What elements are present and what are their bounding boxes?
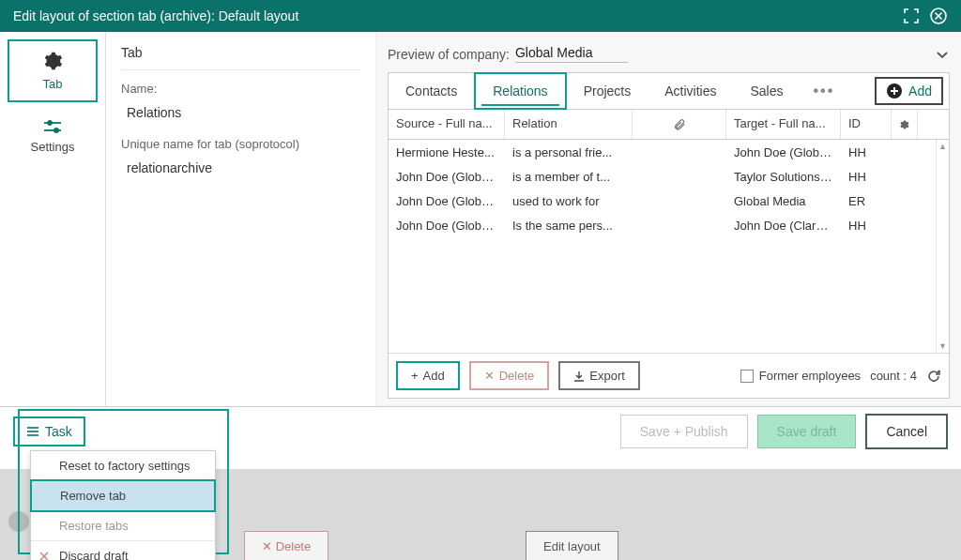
- cell-relation: is a member of t...: [505, 166, 633, 188]
- unique-value[interactable]: relationarchive: [121, 160, 360, 175]
- bottom-bar: Task Save + Publish Save draft Cancel: [0, 407, 961, 456]
- menu-restore-tabs[interactable]: Restore tabs: [31, 511, 215, 540]
- cell-relation: Is the same pers...: [505, 215, 633, 236]
- cell-id: ER: [841, 190, 892, 212]
- export-label: Export: [589, 369, 625, 383]
- unique-label: Unique name for tab (soprotocol): [121, 137, 360, 151]
- cell-source: Hermione Heste...: [389, 142, 505, 163]
- preview-tab-bar: Contacts Relations Projects Activities S…: [388, 72, 950, 110]
- preview-company-name[interactable]: Global Media: [515, 45, 628, 63]
- cell-attachment: [633, 221, 726, 229]
- main-area: Tab Settings Tab Name: Relations Unique …: [0, 32, 961, 407]
- backdrop-edit-button: Edit layout: [526, 531, 618, 560]
- col-target[interactable]: Target - Full na...: [726, 110, 841, 139]
- cell-relation: used to work for: [505, 190, 633, 212]
- nav-item-label: Settings: [31, 140, 75, 154]
- properties-panel: Tab Name: Relations Unique name for tab …: [106, 32, 376, 406]
- plus-circle-icon: [886, 83, 903, 99]
- svg-point-2: [48, 121, 52, 125]
- panel-heading: Tab: [121, 45, 360, 70]
- scrollbar[interactable]: ▲ ▼: [936, 140, 949, 353]
- scroll-down-icon[interactable]: ▼: [938, 341, 947, 351]
- cell-target: Taylor Solutions,...: [726, 166, 841, 188]
- col-attachment[interactable]: [633, 110, 726, 139]
- tab-sales[interactable]: Sales: [733, 73, 800, 109]
- nav-item-label: Tab: [43, 77, 63, 91]
- menu-icon: [26, 426, 39, 437]
- svg-point-4: [54, 129, 58, 132]
- delete-row-label: Delete: [499, 369, 535, 383]
- menu-discard-draft[interactable]: Discard draft: [31, 541, 215, 560]
- cancel-button[interactable]: Cancel: [865, 414, 948, 449]
- tab-activities[interactable]: Activities: [648, 73, 733, 109]
- task-label: Task: [45, 424, 72, 439]
- paperclip-icon: [673, 118, 686, 131]
- col-relation[interactable]: Relation: [505, 110, 633, 139]
- save-draft-button[interactable]: Save draft: [757, 415, 857, 448]
- scroll-up-icon[interactable]: ▲: [938, 142, 947, 151]
- tab-more-icon[interactable]: •••: [800, 83, 847, 99]
- export-button[interactable]: Export: [558, 361, 640, 390]
- cell-relation: is a personal frie...: [505, 142, 633, 163]
- gear-icon: [42, 51, 63, 71]
- add-row-label: Add: [423, 369, 445, 383]
- chevron-down-icon[interactable]: [935, 47, 950, 62]
- tab-contacts[interactable]: Contacts: [389, 73, 474, 109]
- menu-remove-tab[interactable]: Remove tab: [30, 479, 216, 512]
- nav-item-tab[interactable]: Tab: [8, 39, 98, 102]
- name-label: Name:: [121, 82, 360, 96]
- table-footer: + Add ✕ Delete Export Former employees c…: [389, 353, 949, 398]
- cell-source: John Doe (Globa...: [389, 166, 505, 188]
- table-row[interactable]: John Doe (Globa...is a member of t...Tay…: [389, 164, 936, 189]
- cell-attachment: [633, 148, 726, 156]
- avatar-icon: [8, 511, 29, 532]
- add-row-button[interactable]: + Add: [396, 361, 460, 390]
- download-icon: [573, 371, 585, 382]
- refresh-icon[interactable]: [926, 369, 941, 384]
- nav-item-settings[interactable]: Settings: [8, 110, 98, 163]
- x-icon: [38, 551, 50, 561]
- delete-row-button[interactable]: ✕ Delete: [469, 361, 550, 390]
- backdrop-delete-button: ✕ Delete: [244, 531, 328, 560]
- cell-target: John Doe (Clark ...: [726, 215, 841, 236]
- tab-relations[interactable]: Relations: [474, 72, 566, 110]
- tab-projects[interactable]: Projects: [567, 73, 648, 109]
- dialog-title: Edit layout of section tab (archive): De…: [13, 8, 298, 23]
- table-body: Hermione Heste...is a personal frie...Jo…: [389, 140, 936, 353]
- left-nav: Tab Settings: [0, 32, 106, 406]
- name-value[interactable]: Relations: [121, 105, 360, 120]
- menu-reset[interactable]: Reset to factory settings: [31, 451, 215, 480]
- col-source[interactable]: Source - Full na...: [389, 110, 505, 139]
- cell-id: HH: [841, 166, 892, 188]
- preview-header: Preview of company: Global Media: [388, 45, 950, 63]
- add-tab-button[interactable]: Add: [875, 77, 943, 105]
- sliders-icon: [42, 119, 63, 134]
- former-employees-label: Former employees: [759, 369, 861, 383]
- row-count-label: count : 4: [870, 369, 917, 383]
- add-tab-label: Add: [908, 83, 932, 98]
- x-icon: ✕: [484, 369, 495, 383]
- gear-icon: [899, 118, 909, 131]
- preview-panel: Preview of company: Global Media Contact…: [376, 32, 961, 406]
- col-id[interactable]: ID: [841, 110, 892, 139]
- table-row[interactable]: Hermione Heste...is a personal frie...Jo…: [389, 140, 936, 164]
- relations-table: Source - Full na... Relation Target - Fu…: [388, 110, 950, 399]
- cell-id: HH: [841, 142, 892, 163]
- task-button[interactable]: Task: [13, 416, 85, 446]
- cell-attachment: [633, 197, 726, 204]
- table-row[interactable]: John Doe (Globa...used to work forGlobal…: [389, 189, 936, 213]
- former-employees-checkbox[interactable]: Former employees: [740, 369, 861, 383]
- col-settings[interactable]: [892, 110, 918, 139]
- table-row[interactable]: John Doe (Globa...Is the same pers...Joh…: [389, 213, 936, 237]
- preview-label: Preview of company:: [388, 47, 510, 62]
- close-icon[interactable]: [929, 7, 948, 25]
- plus-icon: +: [411, 369, 419, 383]
- cell-target: John Doe (Globa...: [726, 142, 841, 163]
- fullscreen-icon[interactable]: [903, 8, 920, 24]
- cell-source: John Doe (Globa...: [389, 190, 505, 212]
- cell-id: HH: [841, 215, 892, 236]
- save-publish-button[interactable]: Save + Publish: [620, 415, 748, 448]
- dialog-header: Edit layout of section tab (archive): De…: [0, 0, 961, 32]
- cell-attachment: [633, 173, 726, 180]
- checkbox-icon: [740, 370, 754, 383]
